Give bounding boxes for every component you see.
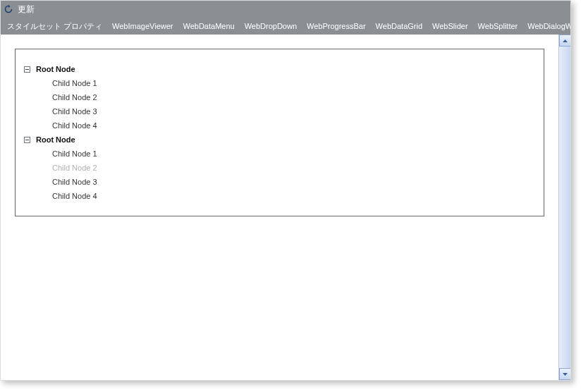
scroll-up-arrow-icon[interactable] [559, 35, 571, 47]
scroll-down-arrow-icon[interactable] [559, 368, 571, 380]
tree-child-label: Child Node 1 [52, 149, 97, 158]
tree-root-label: Root Node [36, 135, 75, 144]
menu-item-webdialogwindow[interactable]: WebDialogWindow [522, 22, 570, 30]
app-window: 更新 スタイルセット プロパティ WebImageViewer WebDataM… [0, 0, 571, 381]
tree-root-node: Root Node Child Node 1 Child Node 2 Chil… [24, 62, 535, 133]
vertical-scrollbar[interactable] [558, 35, 570, 380]
content-area: Root Node Child Node 1 Child Node 2 Chil… [1, 35, 570, 380]
tree-root-row[interactable]: Root Node [24, 133, 535, 147]
menu-item-webslider[interactable]: WebSlider [427, 22, 473, 30]
tree-child-node[interactable]: Child Node 4 [52, 189, 535, 203]
title-text: 更新 [18, 4, 35, 16]
tree-child-node[interactable]: Child Node 2 [52, 90, 535, 104]
tree-child-label: Child Node 2 [52, 93, 97, 102]
tree-child-node[interactable]: Child Node 3 [52, 104, 535, 118]
tree-child-node[interactable]: Child Node 1 [52, 76, 535, 90]
tree-child-node[interactable]: Child Node 1 [52, 147, 535, 161]
tree-child-label: Child Node 4 [52, 192, 97, 200]
tree-child-label: Child Node 1 [52, 79, 97, 87]
menu-bar: スタイルセット プロパティ WebImageViewer WebDataMenu… [1, 18, 570, 35]
tree-child-node-disabled: Child Node 2 [52, 161, 535, 175]
tree-panel: Root Node Child Node 1 Child Node 2 Chil… [15, 49, 544, 216]
menu-item-websplitter[interactable]: WebSplitter [473, 22, 523, 30]
tree-child-label: Child Node 3 [52, 178, 97, 186]
tree-child-node[interactable]: Child Node 3 [52, 175, 535, 189]
tree-root: Root Node Child Node 1 Child Node 2 Chil… [24, 62, 535, 203]
tree-child-label: Child Node 4 [52, 121, 97, 130]
menu-item-webimageviewer[interactable]: WebImageViewer [107, 22, 178, 30]
refresh-icon[interactable] [4, 4, 13, 14]
tree-child-label: Child Node 3 [52, 107, 97, 116]
tree-child-list: Child Node 1 Child Node 2 Child Node 3 C… [24, 76, 535, 133]
content-body: Root Node Child Node 1 Child Node 2 Chil… [1, 35, 558, 380]
tree-child-list: Child Node 1 Child Node 2 Child Node 3 C… [24, 147, 535, 203]
menu-item-webdatagrid[interactable]: WebDataGrid [371, 22, 427, 30]
tree-child-label: Child Node 2 [52, 164, 97, 172]
menu-item-webprogressbar[interactable]: WebProgressBar [302, 22, 371, 30]
collapse-icon[interactable] [24, 137, 30, 143]
menu-item-styleset[interactable]: スタイルセット プロパティ [2, 21, 107, 32]
tree-root-row[interactable]: Root Node [24, 62, 535, 76]
collapse-icon[interactable] [24, 66, 30, 73]
menu-item-webdatamenu[interactable]: WebDataMenu [178, 22, 239, 30]
tree-child-node[interactable]: Child Node 4 [52, 118, 535, 133]
tree-root-node: Root Node Child Node 1 Child Node 2 Chil… [24, 133, 535, 203]
menu-item-webdropdown[interactable]: WebDropDown [240, 22, 302, 30]
tree-root-label: Root Node [36, 65, 75, 73]
title-bar: 更新 [1, 1, 570, 18]
